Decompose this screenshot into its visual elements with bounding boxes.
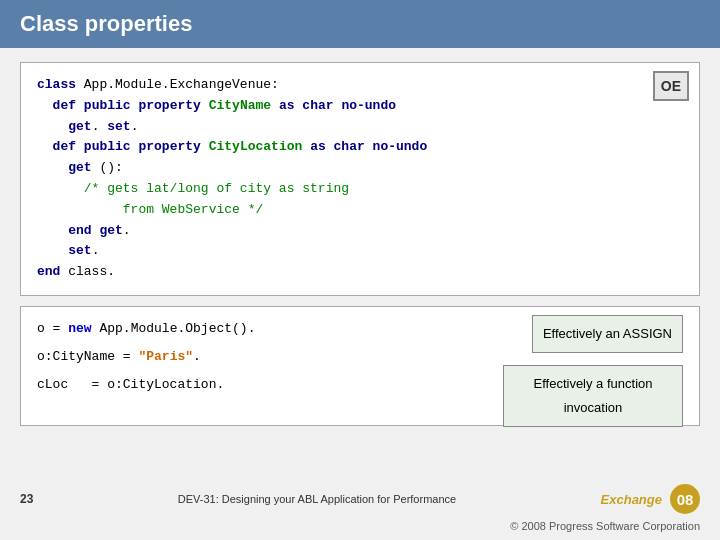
callout-function: Effectively a function invocation — [503, 365, 683, 427]
code-line-1: class App.Module.ExchangeVenue: — [37, 75, 683, 96]
slide: Class properties OE class App.Module.Exc… — [0, 0, 720, 540]
code-line-7: from WebService */ — [37, 200, 683, 221]
copyright-text: © 2008 Progress Software Corporation — [510, 520, 700, 532]
code-block: OE class App.Module.ExchangeVenue: def p… — [20, 62, 700, 296]
slide-num-badge: 08 — [670, 484, 700, 514]
callout-assign: Effectively an ASSIGN — [532, 315, 683, 353]
code-line-10: end class. — [37, 262, 683, 283]
slide-title: Class properties — [20, 11, 192, 37]
footer-center: DEV-31: Designing your ABL Application f… — [178, 493, 456, 505]
code-line-5: get (): — [37, 158, 683, 179]
code-line-8: end get. — [37, 221, 683, 242]
slide-content: OE class App.Module.ExchangeVenue: def p… — [0, 48, 720, 480]
code-line-9: set. — [37, 241, 683, 262]
logo-area: Exchange 08 — [601, 484, 700, 514]
code-line-4: def public property CityLocation as char… — [37, 137, 683, 158]
code-line-2: def public property CityName as char no-… — [37, 96, 683, 117]
bottom-code-block: Effectively an ASSIGN Effectively a func… — [20, 306, 700, 426]
code-line-3: get. set. — [37, 117, 683, 138]
footer: 23 DEV-31: Designing your ABL Applicatio… — [0, 480, 720, 516]
logo-text: Exchange — [601, 492, 662, 507]
slide-number: 23 — [20, 492, 33, 506]
footer-copyright: © 2008 Progress Software Corporation — [0, 516, 720, 540]
slide-header: Class properties — [0, 0, 720, 48]
code-line-6: /* gets lat/long of city as string — [37, 179, 683, 200]
oe-badge: OE — [653, 71, 689, 101]
